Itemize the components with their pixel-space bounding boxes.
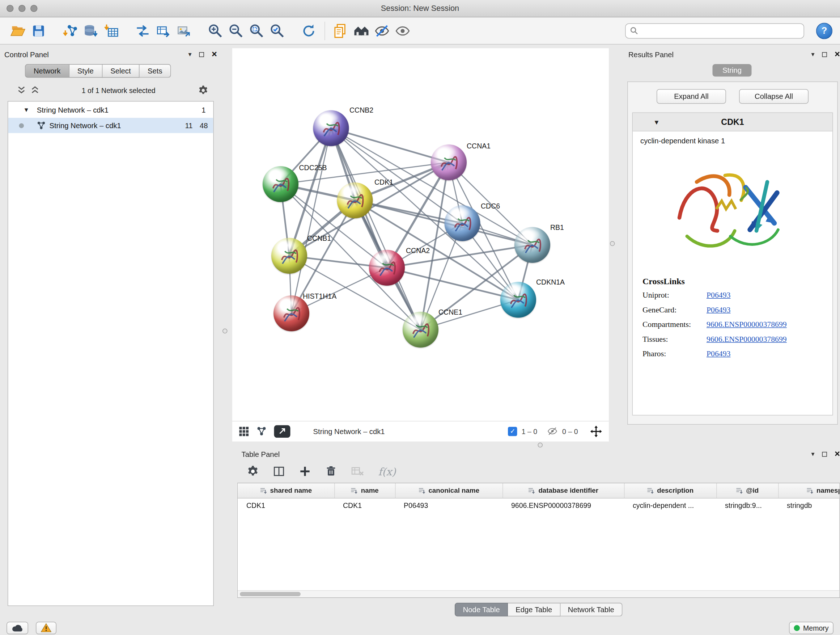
network-node-cdkn1a[interactable] (500, 282, 536, 318)
genecard-link[interactable]: P06493 (706, 305, 730, 314)
expand-all-button[interactable]: Expand All (657, 89, 726, 104)
panel-close-button[interactable]: × (212, 51, 217, 57)
column-header[interactable]: database identifier (502, 483, 624, 498)
network-node-cdc6[interactable] (445, 205, 480, 241)
save-session-button[interactable] (28, 20, 49, 41)
network-node-ccna1[interactable] (431, 144, 467, 180)
network-from-table-button[interactable] (153, 20, 174, 41)
node-table[interactable]: shared name name canonical name database… (237, 483, 840, 598)
tab-network-table[interactable]: Network Table (561, 603, 622, 616)
warning-button[interactable] (36, 622, 57, 634)
zoom-in-button[interactable] (205, 20, 226, 41)
tab-sets[interactable]: Sets (140, 64, 171, 78)
cell-shared-name[interactable]: CDK1 (238, 498, 334, 513)
show-panels-button[interactable] (393, 20, 413, 41)
copy-button[interactable] (331, 20, 351, 41)
home-button[interactable] (351, 20, 372, 41)
column-header[interactable]: shared name (238, 483, 334, 498)
scrollbar-thumb[interactable] (240, 592, 301, 596)
cell-id[interactable]: stringdb:9... (716, 498, 778, 513)
import-table-file-button[interactable] (101, 20, 122, 41)
import-network-database-button[interactable] (80, 20, 101, 41)
open-session-button[interactable] (8, 20, 28, 41)
compartments-link[interactable]: 9606.ENSP00000378699 (706, 320, 787, 329)
network-node-cdk1[interactable] (337, 182, 373, 218)
column-header[interactable]: description (624, 483, 716, 498)
tab-edge-table[interactable]: Edge Table (508, 603, 560, 616)
protein-section-header[interactable]: ▼ CDK1 (633, 113, 832, 131)
refresh-view-button[interactable] (298, 20, 319, 41)
show-columns-icon[interactable] (273, 466, 285, 478)
search-box[interactable] (625, 23, 804, 38)
network-canvas[interactable]: CCNB2CCNA1CDC25BCDK1CDC6RB1CCNB1CCNA2CDK… (232, 49, 609, 421)
panel-close-button[interactable]: × (835, 51, 840, 57)
cloud-button[interactable] (6, 622, 28, 634)
horizontal-splitter[interactable] (538, 443, 543, 448)
panel-close-button[interactable]: × (835, 451, 840, 457)
collapse-all-button[interactable]: Collapse All (739, 89, 808, 104)
collapse-all-icon[interactable] (17, 86, 26, 95)
collapse-section-icon[interactable]: ▼ (653, 118, 660, 126)
share-network-icon[interactable] (257, 426, 267, 436)
column-header[interactable]: @id (716, 483, 778, 498)
tissues-link[interactable]: 9606.ENSP00000378699 (706, 334, 787, 343)
network-node-cdc25b[interactable] (263, 166, 298, 202)
network-collection-row[interactable]: ▼ String Network – cdk1 1 (8, 102, 213, 118)
memory-button[interactable]: Memory (789, 622, 834, 634)
add-icon[interactable] (299, 466, 311, 478)
panel-float-button[interactable] (822, 52, 827, 57)
cell-database-identifier[interactable]: 9606.ENSP00000378699 (502, 498, 624, 513)
panel-float-button[interactable] (822, 451, 827, 456)
selected-checkbox-icon[interactable]: ✓ (508, 426, 517, 436)
search-input[interactable] (641, 27, 799, 35)
maximize-window-button[interactable] (30, 5, 38, 12)
expand-all-icon[interactable] (31, 86, 39, 95)
column-header[interactable]: canonical name (395, 483, 502, 498)
panel-float-button[interactable] (199, 52, 204, 57)
gear-icon[interactable] (198, 85, 209, 96)
minimize-window-button[interactable] (19, 5, 26, 12)
panel-menu-button[interactable]: ▾ (812, 51, 815, 58)
cell-description[interactable]: cyclin-dependent ... (624, 498, 716, 513)
tab-string[interactable]: String (713, 64, 752, 77)
tree-expand-icon[interactable]: ▼ (24, 106, 29, 113)
column-header[interactable]: name (334, 483, 395, 498)
cell-canonical-name[interactable]: P06493 (395, 498, 502, 513)
uniprot-link[interactable]: P06493 (706, 291, 730, 299)
network-node-ccnb1[interactable] (271, 238, 307, 274)
import-network-file-button[interactable] (60, 20, 80, 41)
network-node-ccnb2[interactable] (313, 111, 349, 146)
table-row[interactable]: CDK1 CDK1 P06493 9606.ENSP00000378699 cy… (238, 498, 840, 513)
column-header[interactable]: namespac (778, 483, 840, 498)
pharos-link[interactable]: P06493 (706, 349, 730, 358)
network-node-rb1[interactable] (515, 227, 550, 263)
close-window-button[interactable] (6, 5, 14, 12)
panel-menu-button[interactable]: ▾ (188, 51, 192, 58)
vertical-splitter-left[interactable] (223, 329, 227, 334)
gear-icon[interactable] (247, 466, 259, 478)
network-node-hist1h1a[interactable] (273, 295, 309, 331)
cell-namespace[interactable]: stringdb (778, 498, 840, 513)
pan-crosshair-icon[interactable] (590, 425, 603, 438)
tab-style[interactable]: Style (69, 64, 103, 78)
clone-network-button[interactable] (133, 20, 153, 41)
vertical-splitter-right[interactable] (610, 241, 615, 246)
zoom-selected-button[interactable] (267, 20, 287, 41)
delete-icon[interactable] (325, 466, 337, 478)
zoom-out-button[interactable] (226, 20, 246, 41)
cell-name[interactable]: CDK1 (334, 498, 395, 513)
tab-node-table[interactable]: Node Table (455, 603, 508, 616)
help-button[interactable]: ? (816, 22, 832, 39)
tab-network[interactable]: Network (25, 64, 69, 78)
tab-select[interactable]: Select (103, 64, 140, 78)
horizontal-scrollbar[interactable] (238, 591, 840, 598)
network-node-ccne1[interactable] (403, 312, 439, 348)
panel-menu-button[interactable]: ▾ (812, 450, 815, 458)
network-row-selected[interactable]: String Network – cdk1 11 48 (8, 118, 213, 133)
zoom-fit-button[interactable] (246, 20, 267, 41)
network-node-ccna2[interactable] (369, 250, 405, 286)
hide-panels-button[interactable] (372, 20, 393, 41)
birdseye-icon[interactable] (239, 426, 249, 437)
open-in-new-window-button[interactable] (274, 425, 291, 438)
export-image-button[interactable] (174, 20, 194, 41)
